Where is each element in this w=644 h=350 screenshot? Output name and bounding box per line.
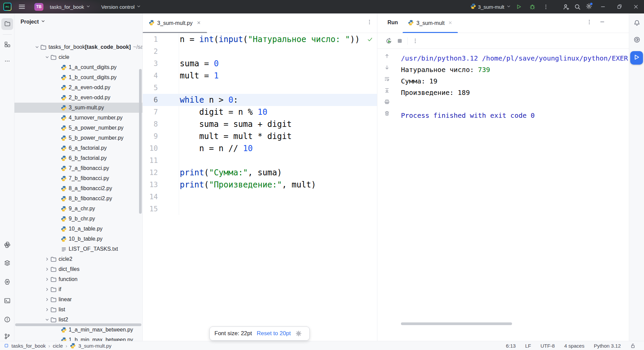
project-badge[interactable]: TB <box>34 3 43 11</box>
console-more-icon[interactable] <box>412 38 418 44</box>
project-name-menu[interactable]: tasks_for_book <box>50 4 91 10</box>
line-number[interactable]: 15 <box>143 203 179 215</box>
breadcrumb-project[interactable]: tasks_for_book <box>11 343 46 349</box>
tree-item-list[interactable]: list <box>14 305 143 315</box>
code-line-10[interactable]: 10 n = n // 10 <box>143 142 377 154</box>
close-button[interactable] <box>628 0 644 13</box>
project-panel-header[interactable]: Project <box>21 19 45 25</box>
close-run-tab-icon[interactable] <box>448 20 452 26</box>
rerun-icon[interactable] <box>385 38 392 44</box>
clear-console-icon[interactable] <box>384 110 390 117</box>
restore-button[interactable] <box>611 0 628 13</box>
tree-item-9_b_chr.py[interactable]: 9_b_chr.py <box>14 214 143 224</box>
tree-item-2_a_even-odd.py[interactable]: 2_a_even-odd.py <box>14 82 143 93</box>
tree-item-7_a_fibonacci.py[interactable]: 7_a_fibonacci.py <box>14 163 143 173</box>
python-interpreter[interactable]: Python 3.12 <box>594 343 621 349</box>
chevron-down-icon[interactable] <box>34 45 40 49</box>
breadcrumb-file[interactable]: 3_sum-mult.py <box>78 343 111 349</box>
tree-item-2_b_even-odd.py[interactable]: 2_b_even-odd.py <box>14 93 143 103</box>
tree-item-tasks_for_book[interactable]: tasks_for_book [task_code_book]~/sav <box>14 42 143 52</box>
more-run-options-icon[interactable] <box>540 0 551 13</box>
line-number[interactable]: 8 <box>143 118 179 130</box>
tree-item-7_b_fibonacci.py[interactable]: 7_b_fibonacci.py <box>14 173 143 183</box>
tree-item-dict_files[interactable]: dict_files <box>14 264 143 274</box>
code-line-11[interactable]: 11 <box>143 154 377 167</box>
chevron-right-icon[interactable] <box>44 297 50 302</box>
tree-item-1_b_count_digits.py[interactable]: 1_b_count_digits.py <box>14 72 143 82</box>
line-number[interactable]: 2 <box>143 45 179 58</box>
run-config-selector[interactable]: 3_sum-mult <box>478 4 504 10</box>
more-tools-icon[interactable] <box>1 56 13 68</box>
line-number[interactable]: 6 <box>143 94 179 106</box>
readonly-lock-icon[interactable] <box>630 343 636 349</box>
tree-item-LIST_OF_TASKS.txt[interactable]: LIST_OF_TASKS.txt <box>14 244 143 254</box>
tree-item-3_sum-mult.py[interactable]: 3_sum-mult.py <box>14 103 143 113</box>
caret-position[interactable]: 6:13 <box>506 343 516 349</box>
python-console-tool-button[interactable] <box>1 240 13 251</box>
line-number[interactable]: 13 <box>143 179 179 191</box>
chevron-right-icon[interactable] <box>44 277 50 282</box>
debug-button[interactable] <box>527 0 538 13</box>
code-line-15[interactable]: 15 <box>143 203 377 215</box>
project-horizontal-scrollbar[interactable] <box>15 323 141 326</box>
tree-item-1_a_min_max_between.py[interactable]: 1_a_min_max_between.py <box>14 325 143 335</box>
stop-icon[interactable] <box>397 38 403 44</box>
structure-tool-button[interactable] <box>1 39 13 51</box>
code-line-12[interactable]: 12print("Сумма:", suma) <box>143 167 377 179</box>
line-number[interactable]: 4 <box>143 70 179 82</box>
code-line-6[interactable]: 6while n > 0: <box>143 94 377 106</box>
tree-item-8_b_fibonacci2.py[interactable]: 8_b_fibonacci2.py <box>14 194 143 204</box>
floating-run-button[interactable] <box>630 51 643 65</box>
line-number[interactable]: 7 <box>143 106 179 118</box>
ai-assistant-icon[interactable] <box>629 36 644 43</box>
line-number[interactable]: 3 <box>143 58 179 70</box>
tree-item-6_a_factorial.py[interactable]: 6_a_factorial.py <box>14 143 143 153</box>
notifications-bell-icon[interactable] <box>629 20 644 26</box>
problems-tool-button[interactable] <box>1 314 13 326</box>
tree-item-4_turnover_number.py[interactable]: 4_turnover_number.py <box>14 113 143 123</box>
code-line-9[interactable]: 9 mult = mult * digit <box>143 130 377 142</box>
down-stacktrace-icon[interactable] <box>384 64 390 71</box>
tree-item-5_a_power_number.py[interactable]: 5_a_power_number.py <box>14 123 143 133</box>
code-line-13[interactable]: 13print("Произведение:", mult) <box>143 179 377 191</box>
reset-font-link[interactable]: Reset to 20pt <box>257 330 291 337</box>
code-line-3[interactable]: 3suma = 0 <box>143 58 377 70</box>
code-line-2[interactable]: 2 <box>143 45 377 58</box>
editor-options-icon[interactable] <box>367 19 372 26</box>
print-icon[interactable] <box>384 98 390 105</box>
tree-item-5_b_power_number.py[interactable]: 5_b_power_number.py <box>14 133 143 143</box>
console-horizontal-scrollbar[interactable] <box>401 322 512 325</box>
chevron-right-icon[interactable] <box>44 307 50 312</box>
code-line-4[interactable]: 4mult = 1 <box>143 70 377 82</box>
search-icon[interactable] <box>572 0 583 13</box>
scroll-to-end-icon[interactable] <box>384 87 390 94</box>
code-line-5[interactable]: 5 <box>143 82 377 94</box>
line-number[interactable]: 1 <box>143 33 179 45</box>
line-number[interactable]: 9 <box>143 130 179 142</box>
code-line-14[interactable]: 14 <box>143 191 377 203</box>
code-editor[interactable]: 1n = int(input("Натуральное число: "))23… <box>143 33 377 215</box>
services-tool-button[interactable] <box>1 277 13 288</box>
hide-run-panel-icon[interactable] <box>600 19 605 26</box>
settings-gear-icon[interactable] <box>583 0 595 13</box>
project-tool-button[interactable] <box>1 18 13 30</box>
file-encoding[interactable]: UTF-8 <box>540 343 555 349</box>
tree-item-6_b_factorial.py[interactable]: 6_b_factorial.py <box>14 153 143 163</box>
indent-style[interactable]: 4 spaces <box>564 343 584 349</box>
run-options-icon[interactable] <box>586 19 592 26</box>
soft-wrap-icon[interactable] <box>384 75 390 82</box>
python-packages-tool-button[interactable] <box>1 258 13 270</box>
project-widget-icon[interactable] <box>4 343 9 348</box>
up-stacktrace-icon[interactable] <box>384 53 390 60</box>
chevron-down-icon[interactable] <box>44 55 50 60</box>
tree-item-10_a_table.py[interactable]: 10_a_table.py <box>14 224 143 234</box>
tree-item-cicle[interactable]: cicle <box>14 52 143 62</box>
tree-item-linear[interactable]: linear <box>14 294 143 305</box>
tree-item-8_a_fibonacci2.py[interactable]: 8_a_fibonacci2.py <box>14 183 143 194</box>
tree-item-if[interactable]: if <box>14 284 143 294</box>
tree-item-1_a_count_digits.py[interactable]: 1_a_count_digits.py <box>14 62 143 72</box>
version-control-menu[interactable]: Version control <box>101 4 141 10</box>
font-settings-gear-icon[interactable] <box>296 330 302 337</box>
run-tab[interactable]: 3_sum-mult <box>403 13 458 33</box>
code-line-8[interactable]: 8 suma = suma + digit <box>143 118 377 130</box>
